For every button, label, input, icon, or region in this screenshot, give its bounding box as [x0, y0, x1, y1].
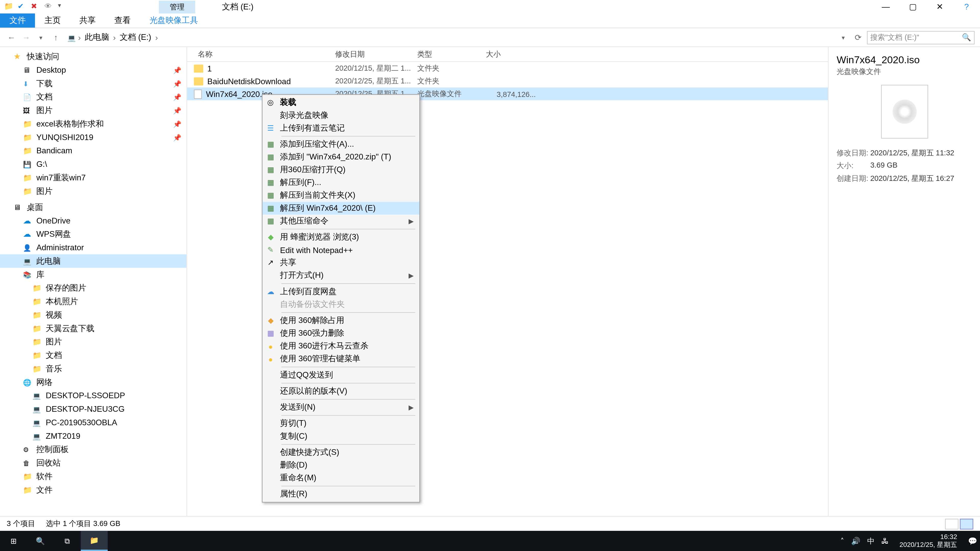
menu-item[interactable]: 属性(R) [262, 488, 420, 500]
tree-pics3[interactable]: 图片 [0, 335, 186, 348]
clock[interactable]: 16:32 2020/12/25, 星期五 [896, 533, 961, 549]
menu-item[interactable]: ☁上传到百度网盘 [262, 285, 420, 298]
refresh-button[interactable]: ⟳ [852, 33, 864, 42]
tree-admin[interactable]: Administrator [0, 241, 186, 254]
tree-downloads[interactable]: 下载📌 [0, 77, 186, 90]
tree-software[interactable]: 软件 [0, 470, 186, 483]
task-view-button[interactable]: ⧉ [54, 531, 81, 551]
menu-item[interactable]: 重命名(M) [262, 472, 420, 484]
tree-pics2[interactable]: 图片 [0, 184, 186, 198]
tree-onedrive[interactable]: OneDrive [0, 214, 186, 227]
tree-yunqishi[interactable]: YUNQISHI2019📌 [0, 130, 186, 144]
crumb-thispc[interactable]: 此电脑 [82, 32, 112, 43]
tree-pc2[interactable]: DESKTOP-NJEU3CG [0, 402, 186, 416]
x-icon[interactable]: ✖ [31, 2, 40, 11]
tree-pictures[interactable]: 图片📌 [0, 103, 186, 117]
menu-item[interactable]: 删除(D) [262, 459, 420, 472]
menu-item[interactable]: ▦添加到压缩文件(A)... [262, 138, 420, 151]
menu-item[interactable]: ▦解压到 Win7x64_2020\ (E) [262, 202, 420, 214]
menu-item[interactable]: ▦其他压缩命令▶ [262, 214, 420, 227]
menu-item[interactable]: ☰上传到有道云笔记 [262, 122, 420, 135]
navigation-tree[interactable]: 快速访问 Desktop📌 下载📌 文档📌 图片📌 excel表格制作求和📌 Y… [0, 47, 187, 516]
tree-pc4[interactable]: ZMT2019 [0, 429, 186, 443]
col-date[interactable]: 修改日期 [335, 49, 417, 59]
menu-item[interactable]: ▦添加到 "Win7x64_2020.zip" (T) [262, 151, 420, 164]
menu-item[interactable]: 通过QQ发送到 [262, 368, 420, 381]
col-size[interactable]: 大小 [486, 49, 540, 59]
view-icons-button[interactable] [960, 518, 974, 529]
tree-gdrive[interactable]: G:\ [0, 157, 186, 171]
col-type[interactable]: 类型 [417, 49, 486, 59]
menu-item[interactable]: ◎装载 [262, 96, 420, 109]
menu-item[interactable]: ✎Edit with Notepad++ [262, 244, 420, 256]
recent-dropdown[interactable]: ▾ [35, 34, 47, 41]
menu-item[interactable]: ▦解压到当前文件夹(X) [262, 189, 420, 202]
back-button[interactable]: ← [5, 33, 18, 42]
breadcrumb[interactable]: › 此电脑 › 文档 (E:) › [65, 32, 835, 43]
minimize-button[interactable]: — [872, 0, 899, 14]
forward-button[interactable]: → [20, 33, 32, 42]
menu-item[interactable]: 创建快捷方式(S) [262, 446, 420, 459]
tree-network[interactable]: 网络 [0, 375, 186, 389]
help-icon[interactable]: ? [953, 0, 980, 14]
menu-item[interactable]: 刻录光盘映像 [262, 109, 420, 122]
menu-item[interactable]: ◆使用 360解除占用 [262, 314, 420, 327]
view-details-button[interactable] [945, 518, 959, 529]
tree-recycle-bin[interactable]: 回收站 [0, 456, 186, 470]
file-row[interactable]: BaiduNetdiskDownload2020/12/25, 星期五 1...… [187, 75, 828, 87]
tree-pc1[interactable]: DESKTOP-LSSOEDP [0, 389, 186, 402]
tree-win7[interactable]: win7重装win7 [0, 171, 186, 184]
tab-view[interactable]: 查看 [105, 14, 140, 27]
menu-item[interactable]: 发送到(N)▶ [262, 401, 420, 414]
tree-pc3[interactable]: PC-20190530OBLA [0, 416, 186, 429]
tree-camera[interactable]: 本机照片 [0, 295, 186, 308]
tree-excel[interactable]: excel表格制作求和📌 [0, 117, 186, 130]
menu-item[interactable]: 打开方式(H)▶ [262, 269, 420, 282]
tree-wps[interactable]: WPS网盘 [0, 227, 186, 241]
tab-share[interactable]: 共享 [70, 14, 105, 27]
search-button[interactable]: 🔍 [27, 531, 54, 551]
tree-video[interactable]: 视频 [0, 308, 186, 322]
menu-item[interactable]: ▦用360压缩打开(Q) [262, 164, 420, 176]
menu-item[interactable]: 复制(C) [262, 430, 420, 443]
tree-thispc[interactable]: 此电脑 [0, 254, 186, 268]
tab-disc-tools[interactable]: 光盘映像工具 [140, 14, 207, 27]
explorer-taskbar-icon[interactable]: 📁 [81, 531, 107, 551]
tray-up-icon[interactable]: ˄ [840, 537, 845, 545]
volume-icon[interactable]: 🔊 [851, 537, 861, 545]
col-name[interactable]: 名称 [187, 49, 335, 59]
action-center-icon[interactable]: 💬 [968, 537, 977, 545]
tree-bandicam[interactable]: Bandicam [0, 144, 186, 157]
crumb-drive[interactable]: 文档 (E:) [117, 32, 154, 43]
check-icon[interactable]: ✔ [18, 2, 27, 11]
tree-documents[interactable]: 文档📌 [0, 90, 186, 103]
close-button[interactable]: ✕ [926, 0, 953, 14]
menu-item[interactable]: ↗共享 [262, 256, 420, 269]
tree-quick-access[interactable]: 快速访问 [0, 50, 186, 63]
tab-home[interactable]: 主页 [35, 14, 70, 27]
menu-item[interactable]: ▦使用 360强力删除 [262, 327, 420, 340]
menu-item[interactable]: ●使用 360管理右键菜单 [262, 353, 420, 365]
tree-tianyi[interactable]: 天翼云盘下载 [0, 322, 186, 335]
tree-desktop[interactable]: Desktop📌 [0, 63, 186, 77]
tab-file[interactable]: 文件 [0, 14, 35, 27]
network-icon[interactable]: 🖧 [881, 537, 889, 545]
menu-item[interactable]: 还原以前的版本(V) [262, 385, 420, 398]
tree-control-panel[interactable]: 控制面板 [0, 443, 186, 456]
start-button[interactable]: ⊞ [0, 531, 27, 551]
tree-libraries[interactable]: 库 [0, 268, 186, 281]
menu-item[interactable]: ▦解压到(F)... [262, 176, 420, 189]
search-input[interactable]: 搜索"文档 (E:)" 🔍 [867, 30, 975, 44]
eye-icon[interactable]: 👁 [45, 2, 54, 11]
tree-desktop-group[interactable]: 桌面 [0, 200, 186, 214]
tree-music[interactable]: 音乐 [0, 362, 186, 375]
menu-item[interactable]: ●使用 360进行木马云查杀 [262, 340, 420, 353]
chevron-down-icon[interactable]: ▾ [58, 2, 67, 11]
ime-icon[interactable]: 中 [867, 536, 875, 546]
tree-doc2[interactable]: 文档 [0, 348, 186, 362]
tree-files[interactable]: 文件 [0, 483, 186, 497]
menu-item[interactable]: ◆用 蜂蜜浏览器 浏览(3) [262, 231, 420, 244]
tree-saved-pics[interactable]: 保存的图片 [0, 281, 186, 295]
maximize-button[interactable]: ▢ [899, 0, 926, 14]
address-dropdown[interactable]: ▾ [837, 34, 850, 41]
